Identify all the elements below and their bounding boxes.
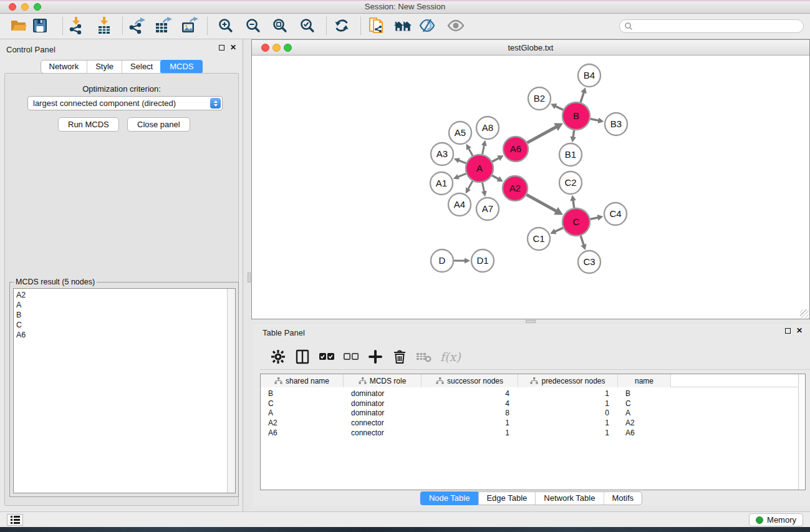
import-network-icon[interactable]	[67, 16, 85, 36]
minimize-network-button[interactable]	[272, 44, 281, 52]
edge-B-B4[interactable]	[581, 92, 584, 102]
table-row[interactable]: A6connector11A6	[261, 428, 805, 438]
tab-mcds[interactable]: MCDS	[160, 60, 202, 74]
close-panel-icon[interactable]: ✕	[230, 45, 236, 51]
window-resize-grip[interactable]	[800, 309, 809, 318]
cell-predecessor-nodes[interactable]: 1	[518, 399, 618, 408]
table-row[interactable]: Cdominator41C	[261, 399, 805, 409]
close-window-button[interactable]	[9, 3, 16, 11]
cell-name[interactable]: C	[618, 399, 671, 408]
edge-A-A6[interactable]	[492, 158, 499, 162]
edge-A6-B[interactable]	[527, 127, 556, 143]
table-scrollbar[interactable]	[798, 374, 805, 490]
edge-A-A8[interactable]	[483, 145, 485, 154]
table-row[interactable]: Adominator80A	[261, 409, 805, 418]
edge-B-B2[interactable]	[555, 106, 563, 110]
edge-C-C1[interactable]	[555, 228, 563, 231]
edge-A-A4[interactable]	[468, 181, 473, 189]
edge-A-A3[interactable]	[458, 160, 466, 163]
mcds-result-item[interactable]: A2	[14, 290, 227, 300]
cell-successor-nodes[interactable]: 8	[422, 409, 518, 417]
cell-successor-nodes[interactable]: 1	[422, 428, 518, 437]
function-builder-icon[interactable]: f(x)	[440, 350, 461, 364]
search-input[interactable]	[633, 21, 803, 32]
memory-button[interactable]: Memory	[749, 513, 803, 526]
cell-MCDS-role[interactable]: connector	[344, 428, 422, 437]
tab-style[interactable]: Style	[87, 60, 122, 73]
cell-predecessor-nodes[interactable]: 1	[518, 389, 618, 398]
cell-MCDS-role[interactable]: dominator	[344, 399, 422, 408]
mcds-list-scrollbar[interactable]	[227, 289, 235, 493]
export-network-icon[interactable]	[128, 16, 147, 36]
cell-successor-nodes[interactable]: 1	[422, 418, 518, 427]
cell-successor-nodes[interactable]: 4	[422, 399, 518, 408]
edge-A2-C[interactable]	[526, 195, 556, 211]
close-network-button[interactable]	[261, 44, 269, 52]
cell-shared-name[interactable]: A6	[261, 428, 344, 437]
column-header-MCDS-role[interactable]: MCDS role	[344, 374, 422, 387]
column-header-predecessor-nodes[interactable]: predecessor nodes	[518, 374, 618, 387]
save-session-icon[interactable]	[31, 16, 49, 36]
maximize-network-button[interactable]	[284, 44, 292, 52]
edge-C-C3[interactable]	[581, 236, 584, 245]
table-tab-node-table[interactable]: Node Table	[420, 491, 479, 505]
show-details-eye-icon[interactable]	[446, 16, 465, 36]
column-header-shared-name[interactable]: shared name	[261, 374, 344, 387]
cell-MCDS-role[interactable]: dominator	[344, 389, 422, 398]
tab-network[interactable]: Network	[41, 60, 87, 73]
column-header-successor-nodes[interactable]: successor nodes	[422, 374, 518, 387]
export-table-icon[interactable]	[154, 16, 173, 36]
maximize-window-button[interactable]	[34, 3, 41, 11]
delete-table-icon[interactable]	[415, 347, 433, 366]
tab-select[interactable]: Select	[122, 60, 161, 73]
zoom-fit-icon[interactable]	[271, 16, 289, 36]
edge-C-C4[interactable]	[591, 218, 599, 220]
cell-predecessor-nodes[interactable]: 0	[518, 409, 618, 417]
task-history-button[interactable]	[7, 514, 23, 526]
minimize-window-button[interactable]	[21, 3, 29, 11]
toggle-style-icon[interactable]	[418, 16, 436, 36]
open-session-icon[interactable]	[9, 16, 28, 36]
cell-MCDS-role[interactable]: dominator	[344, 409, 422, 417]
refresh-layout-icon[interactable]	[332, 16, 351, 36]
cell-predecessor-nodes[interactable]: 1	[518, 428, 618, 437]
export-image-icon[interactable]	[180, 16, 199, 36]
cell-shared-name[interactable]: B	[261, 389, 344, 398]
cell-name[interactable]: B	[618, 389, 671, 398]
zoom-selected-icon[interactable]	[298, 16, 317, 36]
duplicate-network-icon[interactable]	[367, 16, 386, 36]
edge-A-A1[interactable]	[458, 173, 466, 177]
cell-shared-name[interactable]: A2	[261, 418, 344, 427]
table-tab-motifs[interactable]: Motifs	[603, 492, 642, 505]
select-all-icon[interactable]	[317, 347, 336, 366]
delete-column-icon[interactable]	[390, 347, 409, 366]
edge-C-C2[interactable]	[573, 200, 574, 208]
table-tab-network-table[interactable]: Network Table	[535, 492, 603, 505]
edge-B-B1[interactable]	[573, 130, 574, 137]
float-panel-icon[interactable]	[219, 45, 224, 51]
search-box[interactable]	[619, 19, 804, 33]
mcds-result-item[interactable]: C	[14, 320, 227, 330]
mcds-result-item[interactable]: B	[14, 310, 227, 320]
import-table-icon[interactable]	[95, 16, 113, 36]
edge-A-A5[interactable]	[468, 148, 473, 156]
home-layout-icon[interactable]	[393, 16, 412, 36]
column-visibility-icon[interactable]	[293, 347, 312, 366]
zoom-in-icon[interactable]	[216, 16, 235, 36]
table-row[interactable]: A2connector11A2	[261, 418, 805, 428]
column-header-name[interactable]: name	[618, 374, 671, 387]
mcds-result-item[interactable]: A	[14, 300, 227, 310]
cell-MCDS-role[interactable]: connector	[344, 418, 422, 427]
cell-shared-name[interactable]: A	[261, 409, 344, 417]
table-settings-icon[interactable]	[269, 347, 287, 366]
cell-shared-name[interactable]: C	[261, 399, 344, 408]
close-panel-button[interactable]: Close panel	[127, 117, 190, 132]
cell-name[interactable]: A	[618, 409, 671, 417]
network-canvas[interactable]: AA1A2A3A4A5A6A7A8BB1B2B3B4CC1C2C3C4DD1	[252, 56, 809, 319]
cell-predecessor-nodes[interactable]: 1	[518, 418, 618, 427]
mcds-result-item[interactable]: A6	[14, 330, 227, 340]
close-table-panel-icon[interactable]: ✕	[796, 328, 803, 334]
deselect-all-icon[interactable]	[342, 347, 360, 366]
add-column-icon[interactable]	[366, 347, 385, 366]
cell-successor-nodes[interactable]: 4	[422, 389, 518, 398]
